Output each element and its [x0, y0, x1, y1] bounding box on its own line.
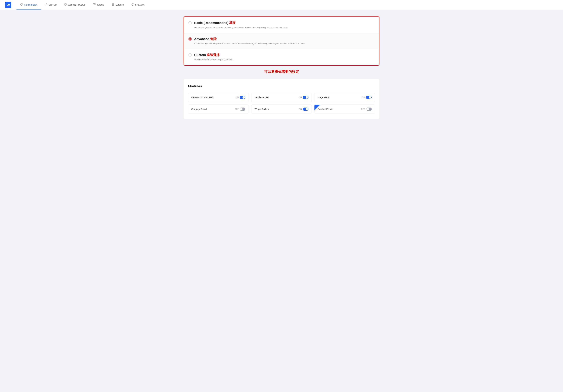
finalizing-icon: [131, 3, 134, 6]
tab-finalizing[interactable]: Finalizing: [128, 0, 148, 10]
toggle-container-header-footer: ON: [299, 96, 309, 99]
tab-finalizing-label: Finalizing: [135, 3, 145, 6]
svg-point-1: [46, 3, 47, 4]
toggle-container-parallax-effects: OFF: [361, 108, 372, 111]
radio-basic: [189, 21, 192, 24]
main-content: Basic (Recommended) 基礎 General widgets w…: [179, 10, 384, 125]
toggle-knob-header-footer: [306, 96, 308, 99]
tab-website-powerup-label: Website Powerup: [68, 3, 85, 6]
config-option-custom[interactable]: Custom 客製選擇 You choose your website as p…: [184, 49, 379, 65]
tab-configuration-label: Configuration: [24, 3, 37, 6]
svg-marker-4: [94, 4, 95, 5]
radio-custom: [189, 53, 192, 57]
toggle-knob-onepage-scroll: [240, 108, 243, 110]
toggle-knob-mega-menu: [369, 96, 371, 99]
pro-badge: [314, 105, 320, 111]
toggle-parallax-effects[interactable]: [366, 108, 372, 111]
toggle-container-mega-menu: ON: [362, 96, 372, 99]
config-options-panel: Basic (Recommended) 基礎 General widgets w…: [184, 16, 379, 66]
tab-tutorial-label: Tutorial: [97, 3, 104, 6]
toggle-container-icon-pack: ON: [236, 96, 245, 99]
toggle-label-widget-builder: ON: [299, 108, 302, 110]
option-title-basic: Basic (Recommended) 基礎: [194, 21, 288, 25]
toggle-label-parallax-effects: OFF: [361, 108, 365, 110]
option-title-advanced: Advanced 進階: [194, 37, 305, 41]
toggle-container-onepage-scroll: OFF: [235, 108, 245, 111]
module-card-parallax-effects: PRO Parallax Effects OFF: [314, 105, 375, 114]
config-option-basic[interactable]: Basic (Recommended) 基礎 General widgets w…: [184, 17, 379, 33]
option-title-custom: Custom 客製選擇: [194, 53, 234, 57]
toggle-knob-widget-builder: [306, 108, 308, 110]
toggle-header-footer[interactable]: [303, 96, 308, 99]
module-card-mega-menu: Mega Menu ON: [314, 93, 375, 102]
toggle-knob-icon-pack: [243, 96, 245, 99]
tab-surprise-label: Surprise: [115, 3, 124, 6]
option-content-basic: Basic (Recommended) 基礎 General widgets w…: [194, 21, 288, 29]
toggle-mega-menu[interactable]: [366, 96, 372, 99]
toggle-label-mega-menu: ON: [362, 96, 365, 98]
toggle-label-header-footer: ON: [299, 96, 302, 98]
module-name-mega-menu: Mega Menu: [318, 96, 329, 99]
radio-inner-advanced: [189, 38, 191, 40]
nav-tabs: Configuration Sign Up Website Powerup Tu…: [16, 0, 558, 10]
option-desc-custom: You choose your website as per your need…: [194, 58, 234, 61]
tab-surprise[interactable]: Surprise: [108, 0, 128, 10]
option-content-custom: Custom 客製選擇 You choose your website as p…: [194, 53, 234, 61]
option-content-advanced: Advanced 進階 All the free dynamic widgets…: [194, 37, 305, 45]
signup-icon: [45, 3, 47, 6]
option-desc-advanced: All the free dynamic widgets will be act…: [194, 42, 305, 45]
toggle-onepage-scroll[interactable]: [240, 108, 245, 111]
option-chinese-basic: 基礎: [229, 21, 236, 24]
module-name-widget-builder: Widget Builder: [255, 108, 269, 110]
svg-point-0: [21, 4, 22, 5]
option-desc-basic: General widgets will be activated to bui…: [194, 26, 288, 29]
module-card-widget-builder: Widget Builder ON: [251, 105, 312, 114]
toggle-icon-pack[interactable]: [240, 96, 245, 99]
modules-title: Modules: [188, 84, 375, 88]
header: ≪ Configuration Sign Up Website Powerup …: [0, 0, 563, 10]
config-option-advanced[interactable]: Advanced 進階 All the free dynamic widgets…: [184, 33, 379, 49]
annotation-text: 可以選擇你需要的設定: [184, 69, 379, 74]
configuration-icon: [20, 3, 23, 6]
tab-signup[interactable]: Sign Up: [41, 0, 60, 10]
radio-advanced: [189, 37, 192, 40]
option-chinese-advanced: 進階: [210, 37, 217, 41]
modules-section: Modules ElementsKit Icon Pack ON Header …: [184, 79, 379, 119]
toggle-container-widget-builder: ON: [299, 108, 309, 111]
module-name-icon-pack: ElementsKit Icon Pack: [191, 96, 214, 99]
toggle-knob-parallax-effects: [366, 108, 369, 110]
tab-signup-label: Sign Up: [49, 3, 57, 6]
svg-point-6: [132, 3, 134, 5]
tab-website-powerup[interactable]: Website Powerup: [60, 0, 89, 10]
toggle-label-onepage-scroll: OFF: [235, 108, 239, 110]
module-card-header-footer: Header Footer ON: [251, 93, 312, 102]
tutorial-icon: [93, 3, 96, 6]
tab-tutorial[interactable]: Tutorial: [89, 0, 108, 10]
logo-icon: ≪: [5, 2, 12, 8]
module-card-icon-pack: ElementsKit Icon Pack ON: [188, 93, 249, 102]
tab-configuration[interactable]: Configuration: [16, 0, 41, 10]
pro-badge-wrap: PRO: [314, 105, 321, 111]
toggle-label-icon-pack: ON: [236, 96, 239, 98]
website-powerup-icon: [64, 3, 67, 6]
option-chinese-custom: 客製選擇: [207, 53, 219, 57]
module-name-header-footer: Header Footer: [255, 96, 269, 99]
module-name-onepage-scroll: Onepage Scroll: [191, 108, 207, 110]
modules-grid: ElementsKit Icon Pack ON Header Footer O…: [188, 93, 375, 114]
svg-point-2: [65, 4, 66, 5]
toggle-widget-builder[interactable]: [303, 108, 308, 111]
surprise-icon: [112, 3, 114, 6]
module-card-onepage-scroll: Onepage Scroll OFF: [188, 105, 249, 114]
logo[interactable]: ≪: [5, 0, 12, 10]
